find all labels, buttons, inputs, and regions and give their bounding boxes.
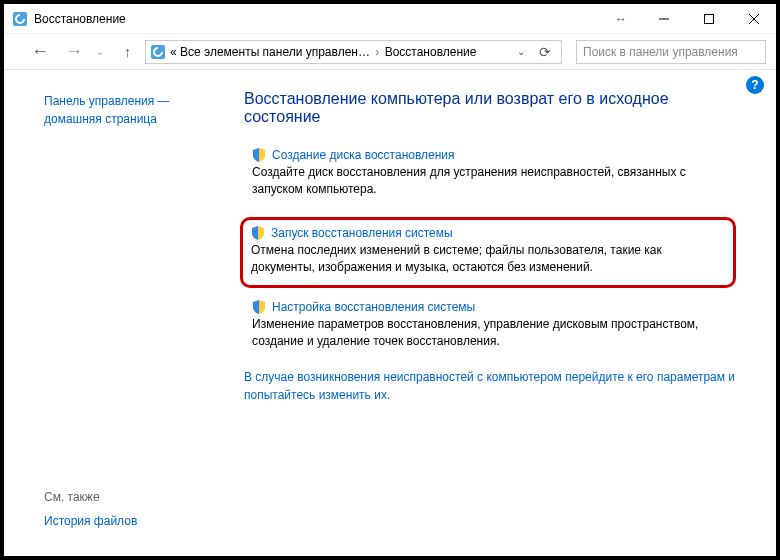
shield-icon — [251, 226, 265, 240]
refresh-button[interactable]: ⟳ — [533, 44, 557, 60]
configure-restore-desc: Изменение параметров восстановления, упр… — [252, 316, 728, 351]
navbar: ← → ⌄ ↑ « Все элементы панели управлен… … — [4, 34, 776, 70]
shield-icon — [252, 148, 266, 162]
main-panel: ? Восстановление компьютера или возврат … — [224, 70, 776, 556]
recovery-option: Создание диска восстановления Создайте д… — [244, 144, 736, 203]
shield-icon — [252, 300, 266, 314]
configure-restore-link[interactable]: Настройка восстановления системы — [272, 300, 475, 314]
sidebar-home-link[interactable]: Панель управления — домашняя страница — [44, 92, 208, 128]
settings-link[interactable]: В случае возникновения неисправностей с … — [244, 368, 736, 404]
app-icon — [12, 11, 28, 27]
titlebar: Восстановление ↔ — [4, 4, 776, 34]
location-icon — [150, 44, 166, 60]
forward-button[interactable]: → — [64, 41, 84, 62]
address-dropdown[interactable]: ⌄ — [513, 46, 529, 57]
see-also-label: См. также — [44, 490, 208, 504]
back-button[interactable]: ← — [30, 41, 50, 62]
minimize-button[interactable] — [641, 4, 686, 34]
file-history-link[interactable]: История файлов — [44, 514, 208, 528]
up-button[interactable]: ↑ — [124, 44, 131, 60]
system-restore-desc: Отмена последних изменений в системе; фа… — [251, 242, 723, 277]
create-recovery-drive-desc: Создайте диск восстановления для устране… — [252, 164, 728, 199]
address-bar[interactable]: « Все элементы панели управлен… › Восста… — [145, 40, 562, 64]
sidebar: Панель управления — домашняя страница См… — [4, 70, 224, 556]
resize-indicator-icon: ↔ — [601, 12, 641, 26]
recovery-option-highlighted: Запуск восстановления системы Отмена пос… — [240, 217, 736, 288]
window: Восстановление ↔ ← → ⌄ ↑ « Все элементы … — [4, 4, 776, 556]
recovery-option: Настройка восстановления системы Изменен… — [244, 296, 736, 355]
recent-dropdown[interactable]: ⌄ — [90, 46, 110, 57]
page-title: Восстановление компьютера или возврат ег… — [244, 90, 736, 126]
create-recovery-drive-link[interactable]: Создание диска восстановления — [272, 148, 455, 162]
content-area: Панель управления — домашняя страница См… — [4, 70, 776, 556]
close-button[interactable] — [731, 4, 776, 34]
search-input[interactable]: Поиск в панели управления — [576, 40, 766, 64]
svg-rect-2 — [704, 14, 713, 23]
window-title: Восстановление — [34, 12, 601, 26]
system-restore-link[interactable]: Запуск восстановления системы — [271, 226, 453, 240]
breadcrumb: « Все элементы панели управлен… › Восста… — [170, 45, 509, 59]
maximize-button[interactable] — [686, 4, 731, 34]
help-icon[interactable]: ? — [746, 76, 764, 94]
chevron-right-icon: › — [373, 45, 381, 59]
